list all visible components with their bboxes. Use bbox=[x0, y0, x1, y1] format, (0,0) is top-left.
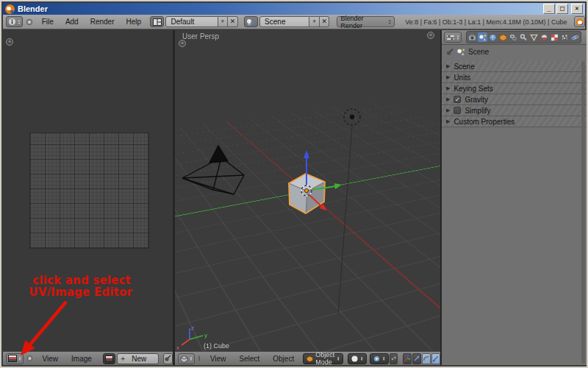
disclosure-triangle-icon: ▶ bbox=[446, 96, 450, 102]
disclosure-triangle-icon: ▶ bbox=[446, 118, 450, 124]
blender-window: Blender _ □ ✕ ▲▼ File Add Render Help De… bbox=[0, 0, 588, 368]
region-expand-icon[interactable]: + bbox=[179, 40, 186, 47]
menu-help[interactable]: Help bbox=[121, 18, 148, 26]
scene-delete-button[interactable]: ✕ bbox=[320, 16, 330, 27]
header-collapse-icon[interactable] bbox=[198, 355, 200, 361]
axis-x-label: x bbox=[176, 344, 179, 351]
menu-add[interactable]: Add bbox=[60, 18, 85, 26]
camera-object[interactable] bbox=[182, 146, 244, 194]
engine-arrows-icon: ▲▼ bbox=[388, 19, 391, 24]
tab-particles[interactable] bbox=[560, 32, 570, 42]
minimize-button[interactable]: _ bbox=[543, 4, 555, 14]
title-bar: Blender _ □ ✕ bbox=[3, 3, 585, 15]
pivot-point-selector[interactable]: ▲▼ bbox=[370, 353, 389, 364]
scene-mini-icon bbox=[456, 48, 465, 56]
render-engine-selector[interactable]: Blender Render ▲▼ bbox=[337, 16, 395, 27]
pin-icon[interactable] bbox=[446, 48, 453, 56]
panel-simplify[interactable]: ▶ Simplify bbox=[442, 105, 587, 116]
screen-layout-browse-button[interactable] bbox=[150, 16, 164, 27]
z-arrow-icon bbox=[304, 150, 309, 158]
mode-value: Object Mode bbox=[315, 351, 334, 365]
screen-layout-delete-button[interactable]: ✕ bbox=[228, 16, 238, 27]
viewport-object-menu[interactable]: Object bbox=[266, 355, 301, 363]
screen-layout-name-field[interactable]: Default bbox=[165, 16, 218, 27]
close-button[interactable]: ✕ bbox=[571, 4, 583, 14]
simplify-checkbox[interactable] bbox=[453, 107, 461, 114]
view-name-label: User Persp bbox=[182, 32, 219, 40]
header-collapse-icon[interactable] bbox=[26, 19, 32, 25]
gravity-checkbox[interactable]: ✓ bbox=[453, 96, 461, 103]
rotate-icon bbox=[423, 355, 430, 362]
disclosure-triangle-icon: ▶ bbox=[446, 74, 450, 80]
tab-texture[interactable] bbox=[550, 32, 559, 42]
object-mode-cube-icon bbox=[306, 355, 313, 362]
disclosure-triangle-icon: ▶ bbox=[446, 63, 450, 69]
center-points-icon bbox=[390, 355, 397, 362]
mesh-data-icon bbox=[530, 34, 538, 41]
uv-grid-image bbox=[29, 132, 149, 249]
maximize-button[interactable]: □ bbox=[556, 4, 568, 14]
lamp-object[interactable] bbox=[338, 109, 360, 314]
properties-editor-area: ▲▼ Scene ▶ Scen bbox=[442, 30, 587, 365]
menu-file[interactable]: File bbox=[36, 18, 60, 26]
image-editor-type-button[interactable]: ▲▼ bbox=[6, 353, 24, 364]
tab-constraints[interactable] bbox=[509, 32, 518, 42]
solid-shading-icon bbox=[351, 355, 358, 362]
panel-units[interactable]: ▶ Units bbox=[442, 72, 587, 83]
info-editor-type-button[interactable]: ▲▼ bbox=[6, 16, 23, 27]
panel-scene[interactable]: ▶ Scene bbox=[442, 61, 587, 72]
tab-physics[interactable] bbox=[570, 32, 580, 42]
panel-custom-properties[interactable]: ▶ Custom Properties bbox=[442, 116, 587, 127]
screen-layout-add-button[interactable]: + bbox=[218, 16, 229, 27]
image-browse-button[interactable] bbox=[103, 353, 115, 364]
3d-viewport-area[interactable]: z y x User Persp (1) Cube + + ▲▼ View Se… bbox=[175, 30, 440, 365]
tab-scene[interactable] bbox=[478, 32, 487, 42]
constraints-icon bbox=[509, 34, 517, 41]
manipulator-enable-toggle[interactable] bbox=[403, 353, 412, 364]
manipulate-center-points-toggle[interactable] bbox=[390, 353, 398, 364]
viewport-select-menu[interactable]: Select bbox=[232, 355, 266, 363]
properties-scrollbar[interactable] bbox=[581, 61, 585, 364]
image-new-button[interactable]: + New bbox=[117, 353, 158, 364]
viewport-editor-type-button[interactable]: ▲▼ bbox=[178, 353, 195, 364]
tab-object[interactable] bbox=[498, 32, 508, 42]
panel-gravity[interactable]: ▶ ✓ Gravity bbox=[442, 94, 587, 105]
scene-browse-button[interactable] bbox=[244, 16, 258, 27]
tab-object-data[interactable] bbox=[529, 32, 539, 42]
properties-editor-icon bbox=[446, 34, 455, 41]
viewport-view-menu[interactable]: View bbox=[204, 355, 233, 363]
editor-type-arrows-icon: ▲▼ bbox=[456, 35, 459, 40]
properties-tab-strip bbox=[466, 31, 581, 43]
plus-icon: + bbox=[118, 355, 128, 363]
menu-render[interactable]: Render bbox=[85, 18, 121, 26]
region-expand-icon[interactable]: + bbox=[427, 32, 434, 39]
viewport-header: ▲▼ View Select Object Object Mode ▲▼ ▲▼ … bbox=[175, 351, 440, 365]
header-collapse-icon[interactable] bbox=[27, 355, 32, 361]
tab-render[interactable] bbox=[467, 32, 477, 42]
scene-datablock-icon bbox=[246, 18, 255, 26]
annotation-line1: click and select bbox=[33, 275, 132, 286]
properties-editor-type-button[interactable]: ▲▼ bbox=[444, 32, 462, 43]
pin-icon bbox=[164, 355, 171, 362]
scene-name-field[interactable]: Scene bbox=[259, 16, 309, 27]
disclosure-triangle-icon: ▶ bbox=[446, 85, 450, 91]
translate-manipulator-toggle[interactable] bbox=[412, 353, 421, 364]
mini-axis-gizmo: z y x bbox=[176, 325, 207, 351]
scene-icon bbox=[478, 34, 487, 41]
interaction-mode-selector[interactable]: Object Mode ▲▼ bbox=[303, 353, 343, 364]
axis-y-label: y bbox=[204, 332, 207, 339]
tab-modifiers[interactable] bbox=[519, 32, 528, 42]
panel-keying-sets[interactable]: ▶ Keying Sets bbox=[442, 83, 587, 94]
viewport-shading-selector[interactable]: ▲▼ bbox=[348, 353, 367, 364]
region-expand-icon[interactable]: + bbox=[6, 38, 13, 46]
image-pin-button[interactable] bbox=[163, 353, 173, 364]
rotate-manipulator-toggle[interactable] bbox=[422, 353, 431, 364]
scale-manipulator-toggle[interactable] bbox=[431, 353, 440, 364]
splash-button[interactable] bbox=[574, 16, 585, 27]
tab-material[interactable] bbox=[539, 32, 549, 42]
tab-world[interactable] bbox=[488, 32, 498, 42]
image-editor-image-menu[interactable]: Image bbox=[65, 355, 98, 363]
y-arrow-icon bbox=[334, 183, 342, 189]
image-editor-view-menu[interactable]: View bbox=[36, 355, 65, 363]
scene-add-button[interactable]: + bbox=[309, 16, 320, 27]
